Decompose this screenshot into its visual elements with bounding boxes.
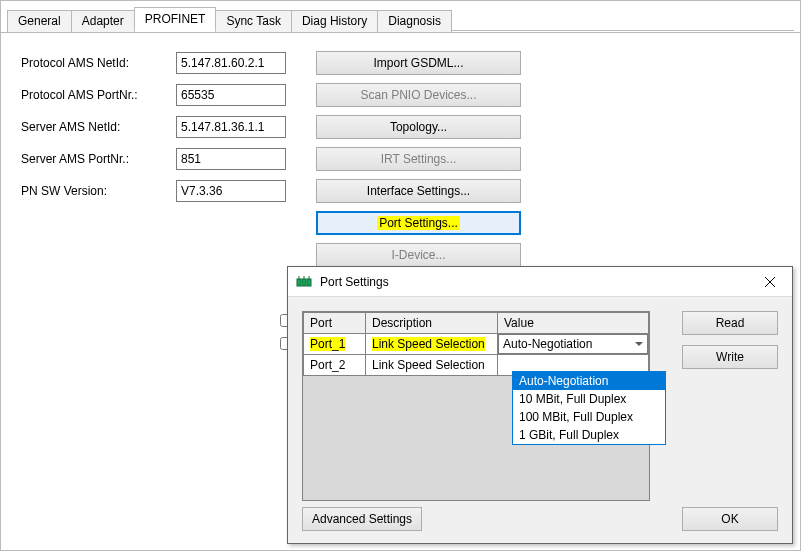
topology-label: Topology... — [390, 120, 447, 134]
dropdown-option-10mbit[interactable]: 10 MBit, Full Duplex — [513, 390, 665, 408]
svg-rect-0 — [297, 279, 301, 286]
interface-settings-button[interactable]: Interface Settings... — [316, 179, 521, 203]
input-pn-sw-version[interactable] — [176, 180, 286, 202]
cell-port1-value: Auto-Negotiation — [503, 337, 592, 351]
tab-sync-task[interactable]: Sync Task — [215, 10, 291, 32]
tab-profinet[interactable]: PROFINET — [134, 7, 217, 31]
cell-port1-value-select[interactable]: Auto-Negotiation — [498, 334, 648, 354]
grid-header-row: Port Description Value — [304, 313, 649, 334]
cell-port1-desc: Link Speed Selection — [372, 337, 485, 351]
tab-general[interactable]: General — [7, 10, 72, 32]
label-protocol-ams-portnr: Protocol AMS PortNr.: — [21, 88, 176, 102]
dialog-title: Port Settings — [320, 275, 756, 289]
svg-rect-1 — [302, 279, 306, 286]
label-pn-sw-version: PN SW Version: — [21, 184, 176, 198]
port-settings-button[interactable]: Port Settings... — [316, 211, 521, 235]
port-grid: Port Description Value Port_1 Link Speed… — [302, 311, 650, 501]
scan-pnio-label: Scan PNIO Devices... — [360, 88, 476, 102]
input-server-ams-portnr[interactable] — [176, 148, 286, 170]
ok-button[interactable]: OK — [682, 507, 778, 531]
irt-settings-button[interactable]: IRT Settings... — [316, 147, 521, 171]
dropdown-option-1gbit[interactable]: 1 GBit, Full Duplex — [513, 426, 665, 444]
write-button[interactable]: Write — [682, 345, 778, 369]
cell-port2-port: Port_2 — [304, 355, 366, 376]
close-icon — [765, 277, 775, 287]
port-settings-dialog: Port Settings Port Description Value Por… — [287, 266, 793, 544]
dropdown-option-auto[interactable]: Auto-Negotiation — [513, 372, 665, 390]
cell-port1-port: Port_1 — [310, 337, 345, 351]
input-protocol-ams-portnr[interactable] — [176, 84, 286, 106]
advanced-settings-button[interactable]: Advanced Settings — [302, 507, 422, 531]
read-button[interactable]: Read — [682, 311, 778, 335]
topology-button[interactable]: Topology... — [316, 115, 521, 139]
import-gsdml-button[interactable]: Import GSDML... — [316, 51, 521, 75]
input-server-ams-netid[interactable] — [176, 116, 286, 138]
i-device-button[interactable]: I-Device... — [316, 243, 521, 267]
irt-settings-label: IRT Settings... — [381, 152, 457, 166]
dropdown-option-100mbit[interactable]: 100 MBit, Full Duplex — [513, 408, 665, 426]
dialog-icon — [296, 274, 312, 290]
col-port[interactable]: Port — [304, 313, 366, 334]
label-server-ams-netid: Server AMS NetId: — [21, 120, 176, 134]
label-server-ams-portnr: Server AMS PortNr.: — [21, 152, 176, 166]
label-protocol-ams-netid: Protocol AMS NetId: — [21, 56, 176, 70]
tab-spacer — [451, 30, 794, 31]
tab-diag-history[interactable]: Diag History — [291, 10, 378, 32]
i-device-label: I-Device... — [391, 248, 445, 262]
grid-row-port1[interactable]: Port_1 Link Speed Selection Auto-Negotia… — [304, 334, 649, 355]
col-description[interactable]: Description — [366, 313, 498, 334]
dialog-close-button[interactable] — [756, 271, 784, 293]
dialog-titlebar: Port Settings — [288, 267, 792, 297]
svg-rect-2 — [307, 279, 311, 286]
input-protocol-ams-netid[interactable] — [176, 52, 286, 74]
tab-adapter[interactable]: Adapter — [71, 10, 135, 32]
tab-diagnosis[interactable]: Diagnosis — [377, 10, 452, 32]
scan-pnio-button[interactable]: Scan PNIO Devices... — [316, 83, 521, 107]
import-gsdml-label: Import GSDML... — [373, 56, 463, 70]
interface-settings-label: Interface Settings... — [367, 184, 470, 198]
tab-strip: General Adapter PROFINET Sync Task Diag … — [1, 1, 800, 32]
col-value[interactable]: Value — [498, 313, 649, 334]
port-settings-label: Port Settings... — [377, 216, 460, 230]
cell-port2-desc: Link Speed Selection — [366, 355, 498, 376]
value-dropdown[interactable]: Auto-Negotiation 10 MBit, Full Duplex 10… — [512, 371, 666, 445]
